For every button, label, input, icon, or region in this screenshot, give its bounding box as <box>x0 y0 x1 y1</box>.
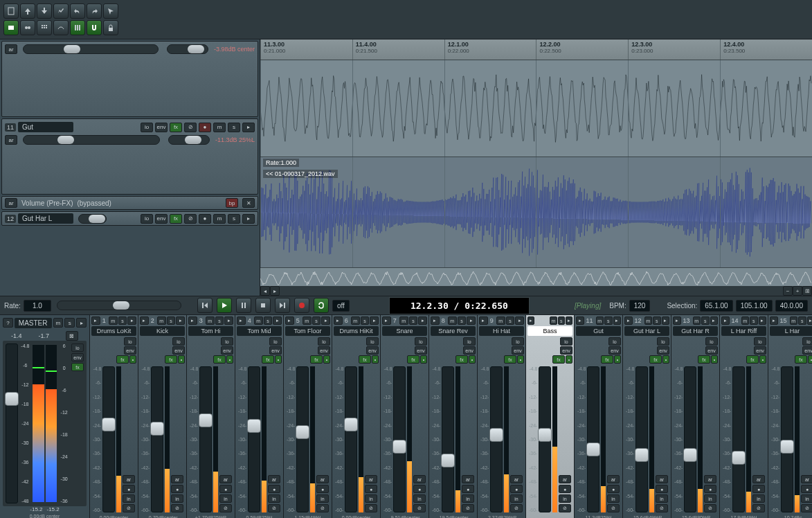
io-button[interactable]: io <box>754 337 766 346</box>
fx-button[interactable]: fx <box>262 355 274 364</box>
volume-fader[interactable] <box>393 366 406 512</box>
pan-slider[interactable] <box>167 44 208 54</box>
fx-button[interactable]: fx <box>359 355 371 364</box>
in-button[interactable]: in <box>268 494 280 503</box>
fx-dot[interactable]: • <box>662 355 669 364</box>
mute-button[interactable]: m <box>399 316 408 325</box>
volume-fader[interactable] <box>248 366 260 512</box>
fx-button[interactable]: fx <box>213 355 226 364</box>
rate-slider[interactable] <box>57 301 181 310</box>
phase-button[interactable]: ⊘ <box>559 504 571 512</box>
master-expand-button[interactable]: ▸ <box>76 318 87 328</box>
rec-button[interactable]: ● <box>607 485 620 493</box>
env-button[interactable]: env <box>802 346 812 355</box>
rec-button[interactable]: ● <box>219 485 232 493</box>
env-button[interactable]: env <box>366 346 379 355</box>
channel-strip[interactable]: ▸3ms▸ Tom Hi io env fx• -4.8-6--12--18--… <box>187 315 235 518</box>
env-button[interactable]: env <box>754 346 766 355</box>
solo-button[interactable]: s <box>653 316 661 325</box>
expand-button[interactable]: ▸ <box>418 316 427 325</box>
channel-name[interactable]: L Har <box>770 326 812 336</box>
ar-button[interactable]: ar <box>559 475 571 483</box>
mute-button[interactable]: m <box>254 316 263 325</box>
expand-button[interactable]: ▸ <box>515 316 524 325</box>
folder-icon[interactable]: ▸ <box>479 316 488 325</box>
rec-button[interactable]: ● <box>510 485 523 493</box>
folder-icon[interactable]: ▸ <box>576 316 584 325</box>
channel-strip[interactable]: ▸7ms▸ Snare io env fx• -4.8-6--12--18--2… <box>381 315 429 518</box>
mute-button[interactable]: m <box>109 316 118 325</box>
rec-button[interactable]: ● <box>559 485 571 493</box>
in-button[interactable]: in <box>752 494 765 503</box>
expand-button[interactable]: ▸ <box>242 123 255 132</box>
env-button[interactable]: env <box>560 346 572 355</box>
folder-icon[interactable]: ▸ <box>770 316 778 325</box>
master-fader[interactable] <box>6 343 18 503</box>
solo-button[interactable]: s <box>228 214 240 224</box>
io-button[interactable]: io <box>657 337 669 346</box>
io-button[interactable]: io <box>269 337 282 346</box>
mute-button[interactable]: m <box>206 316 215 325</box>
channel-strip[interactable]: ▸11ms▸ Gut io env fx• -4.8-6--12--18--24… <box>575 315 623 518</box>
rec-button[interactable]: ● <box>413 485 426 493</box>
fx-button[interactable]: fx <box>310 355 323 364</box>
solo-button[interactable]: s <box>506 316 515 325</box>
grid-button[interactable] <box>37 20 52 35</box>
zoom-out-button[interactable]: − <box>783 286 793 296</box>
master-env-button[interactable]: env <box>71 353 84 361</box>
fx-dot[interactable]: • <box>129 355 136 364</box>
stop-button[interactable] <box>255 298 271 313</box>
solo-button[interactable]: s <box>701 316 710 325</box>
ar-button[interactable]: ar <box>510 475 523 483</box>
ar-button[interactable]: ar <box>268 475 280 483</box>
phase-button[interactable]: ⊘ <box>801 504 812 512</box>
phase-button[interactable]: ⊘ <box>316 504 329 512</box>
save-button[interactable] <box>37 3 52 19</box>
volume-fader[interactable] <box>442 366 454 512</box>
rec-button[interactable]: ● <box>704 485 716 493</box>
folder-icon[interactable]: ▸ <box>188 316 197 325</box>
fx-dot[interactable]: • <box>420 355 427 364</box>
io-button[interactable]: io <box>318 337 330 346</box>
channel-name[interactable]: Tom Hi <box>188 326 233 336</box>
bpm-field[interactable]: 120 <box>629 300 651 312</box>
phase-button[interactable]: ⊘ <box>184 214 197 224</box>
fx-dot[interactable]: • <box>372 355 379 364</box>
track-name[interactable]: Gut <box>18 122 73 132</box>
folder-icon[interactable]: ▸ <box>237 316 246 325</box>
fx-dot[interactable]: • <box>517 355 524 364</box>
channel-name[interactable]: L Har Riff <box>721 326 766 336</box>
ar-button[interactable]: ar <box>801 475 812 483</box>
ruler-mark[interactable]: 11.4.000:21.500 <box>352 39 444 60</box>
io-button[interactable]: io <box>705 337 718 346</box>
volume-fader[interactable] <box>199 366 212 512</box>
io-button[interactable]: io <box>141 123 153 132</box>
env-button[interactable]: env <box>608 346 621 355</box>
mute-button[interactable]: m <box>596 316 604 325</box>
fx-button[interactable]: fx <box>795 355 807 364</box>
lock-button[interactable] <box>103 20 118 35</box>
channel-strip[interactable]: ▸6ms▸ Drums HiKit io env fx• -4.8-6--12-… <box>332 315 381 518</box>
in-button[interactable]: in <box>316 494 329 503</box>
phase-button[interactable]: ⊘ <box>704 504 716 512</box>
volume-fader[interactable] <box>296 366 309 512</box>
expand-button[interactable]: ▸ <box>321 316 330 325</box>
play-button[interactable] <box>217 298 232 313</box>
envelope-row[interactable]: ar Volume (Pre-FX) (bypassed) bp ✕ <box>1 196 258 210</box>
channel-strip[interactable]: ▸8ms▸ Snare Rev io env fx• -4.8-6--12--1… <box>429 315 478 518</box>
tool-1[interactable] <box>3 20 19 35</box>
solo-button[interactable]: s <box>558 316 565 325</box>
in-button[interactable]: in <box>510 494 523 503</box>
master-mute-button[interactable]: m <box>53 318 64 328</box>
arrange-view[interactable]: 11.3.000:21.00011.4.000:21.50012.1.000:2… <box>260 39 812 296</box>
solo-button[interactable]: s <box>409 316 418 325</box>
volume-fader[interactable] <box>151 366 163 512</box>
phase-button[interactable]: ⊘ <box>510 504 523 512</box>
ruler-mark[interactable]: 12.2.000:22.500 <box>536 39 628 60</box>
tool-5[interactable] <box>70 20 85 35</box>
volume-fader[interactable] <box>490 366 503 512</box>
channel-name[interactable]: Gut <box>576 326 621 336</box>
phase-button[interactable]: ⊘ <box>462 504 474 512</box>
expand-button[interactable]: ▸ <box>710 316 719 325</box>
mute-button[interactable]: m <box>303 316 312 325</box>
